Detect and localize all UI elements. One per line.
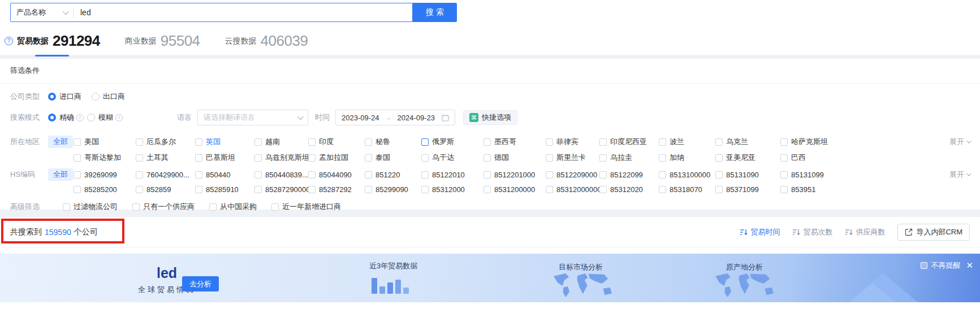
- checkbox[interactable]: [780, 154, 788, 162]
- checkbox[interactable]: [365, 171, 372, 179]
- checkbox[interactable]: [308, 171, 316, 179]
- checkbox[interactable]: [74, 138, 81, 146]
- checkbox-item[interactable]: 厄瓜多尔: [136, 137, 195, 147]
- checkbox-item[interactable]: 印度: [308, 137, 365, 147]
- checkbox-item[interactable]: 秘鲁: [365, 137, 421, 147]
- checkbox[interactable]: [599, 186, 607, 193]
- checkbox[interactable]: [421, 154, 429, 162]
- checkbox-item[interactable]: 哈萨克斯坦: [780, 137, 848, 147]
- checkbox-item[interactable]: 乌干达: [421, 153, 483, 163]
- checkbox[interactable]: [195, 138, 202, 146]
- checkbox[interactable]: [63, 203, 70, 211]
- checkbox[interactable]: [254, 138, 262, 146]
- checkbox[interactable]: [715, 171, 723, 179]
- tab-business-data[interactable]: 商业数据 95504: [125, 32, 200, 53]
- info-icon[interactable]: i: [115, 114, 123, 121]
- sort-trade-time[interactable]: 贸易时间: [740, 227, 780, 237]
- checkbox[interactable]: [421, 171, 429, 179]
- info-icon[interactable]: i: [76, 114, 84, 121]
- hs-all-chip[interactable]: 全部: [48, 168, 73, 181]
- checkbox-item[interactable]: 波兰: [659, 137, 715, 147]
- checkbox[interactable]: [308, 138, 316, 146]
- checkbox-item[interactable]: 孟加拉国: [308, 153, 365, 163]
- checkbox-item[interactable]: 斯里兰卡: [546, 153, 599, 163]
- date-start[interactable]: 2023-09-24: [342, 114, 379, 122]
- region-all-chip[interactable]: 全部: [48, 136, 73, 148]
- checkbox[interactable]: [546, 138, 553, 146]
- checkbox[interactable]: [715, 186, 723, 193]
- radio-dot[interactable]: [87, 114, 95, 121]
- checkbox[interactable]: [254, 154, 262, 162]
- checkbox-item[interactable]: 85122099: [599, 171, 659, 179]
- checkbox-item[interactable]: 近一年新增进口商: [271, 202, 341, 212]
- checkbox-item[interactable]: 85285910: [195, 185, 254, 194]
- checkbox[interactable]: [546, 171, 553, 179]
- checkbox-item[interactable]: 泰国: [365, 153, 421, 163]
- checkbox[interactable]: [254, 186, 262, 193]
- checkbox[interactable]: [136, 186, 143, 193]
- radio-dot-selected[interactable]: [48, 114, 56, 121]
- checkbox-item[interactable]: 从中国采购: [209, 202, 257, 212]
- date-range-picker[interactable]: 2023-09-24 → 2024-09-23: [335, 110, 455, 125]
- checkbox[interactable]: [546, 154, 553, 162]
- checkbox[interactable]: [136, 171, 143, 179]
- checkbox-item[interactable]: 哥斯达黎加: [74, 153, 136, 163]
- checkbox-item[interactable]: 土耳其: [136, 153, 195, 163]
- checkbox[interactable]: [546, 186, 553, 193]
- tab-cloud-search-data[interactable]: 云搜数据 406039: [225, 32, 308, 53]
- checkbox[interactable]: [136, 138, 143, 146]
- checkbox[interactable]: [599, 154, 607, 162]
- checkbox-item[interactable]: 8512201000: [483, 171, 546, 179]
- checkbox-item[interactable]: 850440: [195, 171, 254, 179]
- checkbox[interactable]: [271, 203, 279, 211]
- checkbox-item[interactable]: 85318070: [659, 185, 715, 194]
- checkbox-item[interactable]: 英国: [195, 137, 254, 147]
- radio-exact[interactable]: 精确 i: [48, 112, 84, 123]
- sort-supplier-count[interactable]: 供应商数: [845, 227, 885, 237]
- checkbox[interactable]: [195, 186, 202, 193]
- checkbox[interactable]: [780, 186, 788, 193]
- checkbox[interactable]: [195, 171, 202, 179]
- checkbox-item[interactable]: 8531200000: [483, 185, 546, 194]
- checkbox-item[interactable]: 85287290000: [254, 185, 308, 194]
- checkbox-item[interactable]: 85312000000: [546, 185, 599, 194]
- radio-fuzzy[interactable]: 模糊 i: [87, 112, 123, 123]
- checkbox-item[interactable]: 乌兹别克斯坦: [254, 153, 308, 163]
- checkbox[interactable]: [74, 154, 81, 162]
- radio-exporter[interactable]: 出口商: [92, 92, 125, 102]
- checkbox-item[interactable]: 巴西: [780, 153, 848, 163]
- checkbox-item[interactable]: 俄罗斯: [421, 137, 483, 147]
- checkbox[interactable]: [483, 138, 491, 146]
- checkbox-item[interactable]: 8513100000: [659, 171, 715, 179]
- checkbox[interactable]: [132, 203, 140, 211]
- checkbox-item[interactable]: 85044090: [308, 171, 365, 179]
- checkbox[interactable]: [365, 186, 372, 193]
- checkbox-item[interactable]: 墨西哥: [483, 137, 546, 147]
- checkbox[interactable]: [421, 138, 429, 146]
- checkbox[interactable]: [659, 186, 666, 193]
- language-select[interactable]: 请选择翻译语言: [197, 110, 308, 125]
- checkbox[interactable]: [599, 138, 607, 146]
- analyze-button[interactable]: 去分析: [182, 276, 219, 291]
- checkbox[interactable]: [365, 138, 372, 146]
- checkbox[interactable]: [780, 138, 788, 146]
- checkbox[interactable]: [599, 171, 607, 179]
- checkbox-item[interactable]: 851220: [365, 171, 421, 179]
- checkbox[interactable]: [421, 186, 429, 193]
- checkbox[interactable]: [365, 154, 372, 162]
- checkbox-item[interactable]: 亚美尼亚: [715, 153, 780, 163]
- checkbox[interactable]: [659, 154, 666, 162]
- checkbox-item[interactable]: 85285200: [74, 185, 136, 194]
- checkbox-item[interactable]: 德国: [483, 153, 546, 163]
- checkbox[interactable]: [136, 154, 143, 162]
- search-button[interactable]: 搜 索: [413, 3, 457, 22]
- radio-dot-selected[interactable]: [48, 93, 56, 101]
- checkbox[interactable]: [308, 154, 316, 162]
- checkbox[interactable]: [483, 154, 491, 162]
- checkbox[interactable]: [780, 171, 788, 179]
- quick-options-button[interactable]: ⌘ 快捷选项: [463, 110, 517, 125]
- checkbox-item[interactable]: 巴基斯坦: [195, 153, 254, 163]
- checkbox[interactable]: [659, 138, 666, 146]
- checkbox[interactable]: [483, 171, 491, 179]
- checkbox-item[interactable]: 85287292: [308, 185, 365, 194]
